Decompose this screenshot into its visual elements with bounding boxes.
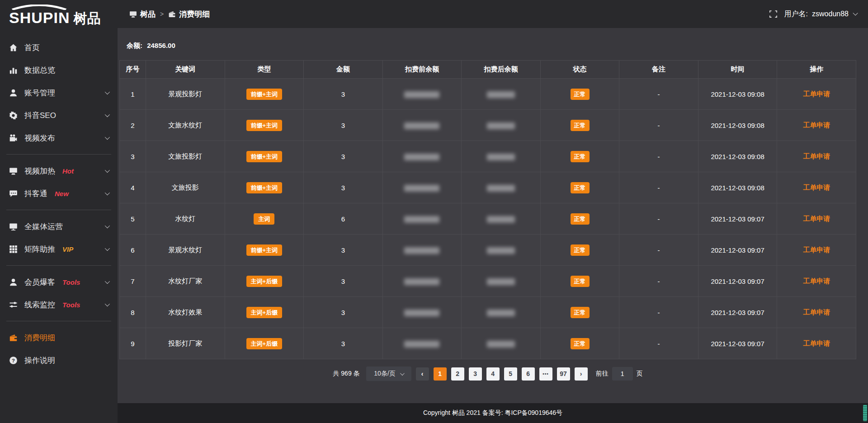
keyword-value: 水纹灯效果 [168, 308, 202, 316]
sidebar-item-4[interactable]: 视频发布 [0, 127, 118, 149]
sidebar-item-1[interactable]: 数据总览 [0, 59, 118, 81]
prev-page-button[interactable]: ‹ [416, 367, 429, 381]
cell-status: 正常 [540, 141, 619, 172]
page-button-4[interactable]: 4 [486, 367, 500, 381]
page-ellipsis-button[interactable]: ••• [539, 367, 552, 381]
wallet-icon [9, 334, 18, 342]
goto-unit: 页 [637, 370, 643, 378]
time-value: 2021-12-03 09:07 [711, 277, 764, 285]
breadcrumb-item-current[interactable]: 消费明细 [168, 9, 210, 19]
chat-icon [9, 189, 18, 198]
user-menu[interactable]: 用户名: zswodun88 [784, 9, 856, 19]
cell-type: 前缀+主词 [225, 79, 304, 110]
sidebar-item-0[interactable]: 首页 [0, 36, 118, 59]
amount-value: 3 [341, 122, 345, 129]
page-button-2[interactable]: 2 [451, 367, 464, 381]
sidebar-item-tag: Tools [62, 278, 80, 286]
sidebar-item-10[interactable]: 线索监控Tools [0, 293, 118, 316]
fullscreen-icon[interactable] [769, 10, 777, 18]
sidebar-item-9[interactable]: 会员爆客Tools [0, 271, 118, 293]
page-size-select[interactable]: 10条/页 [366, 367, 411, 381]
amount-value: 6 [341, 215, 345, 223]
work-order-link[interactable]: 工单申请 [803, 152, 830, 160]
sidebar-item-6[interactable]: 抖客通New [0, 182, 118, 205]
blurred-value [404, 310, 439, 316]
sidebar-item-label: 会员爆客 [24, 277, 55, 287]
cell-seq: 2 [120, 110, 146, 141]
bill-icon [168, 10, 176, 18]
sidebar-item-3[interactable]: 抖音SEO [0, 104, 118, 127]
chevron-down-icon [105, 279, 110, 284]
sidebar-item-12[interactable]: ?操作说明 [0, 349, 118, 371]
cell-type: 前缀+主词 [225, 235, 304, 266]
status-badge: 正常 [571, 338, 590, 349]
amount-value: 3 [341, 246, 345, 254]
status-badge: 正常 [571, 244, 590, 256]
status-badge: 正常 [571, 213, 590, 225]
sidebar-item-5[interactable]: 视频加热Hot [0, 160, 118, 182]
breadcrumb: 树品 > 消费明细 [129, 9, 210, 19]
amount-value: 3 [341, 90, 345, 98]
sidebar-item-label: 视频加热 [24, 166, 55, 176]
seq-value: 2 [131, 122, 134, 129]
page-button-1[interactable]: 1 [434, 367, 447, 381]
sidebar-item-label: 抖客通 [24, 188, 47, 199]
page-button-3[interactable]: 3 [469, 367, 482, 381]
cell-note: - [619, 203, 698, 235]
blurred-value [487, 122, 515, 129]
table-header-cell: 关键词 [146, 61, 225, 79]
keyword-value: 景观水纹灯 [168, 246, 202, 254]
sidebar-item-2[interactable]: 账号管理 [0, 81, 118, 104]
status-badge: 正常 [571, 151, 590, 162]
chevron-down-icon [105, 246, 110, 251]
page-buttons: 123456•••97 [434, 367, 570, 381]
table-header-cell: 序号 [120, 61, 146, 79]
work-order-link[interactable]: 工单申请 [803, 277, 830, 285]
next-page-button[interactable]: › [575, 367, 588, 381]
page-button-6[interactable]: 6 [522, 367, 535, 381]
cell-note: - [619, 79, 698, 110]
logo[interactable]: SHUPIN 树品 [0, 0, 118, 30]
balance: 余额: 24856.00 [127, 42, 856, 50]
blurred-value [404, 154, 439, 160]
work-order-link[interactable]: 工单申请 [803, 183, 830, 191]
work-order-link[interactable]: 工单申请 [803, 90, 830, 98]
table-row: 7水纹灯厂家主词+后缀3正常-2021-12-03 09:07工单申请 [120, 266, 856, 297]
type-badge: 主词 [254, 213, 274, 225]
cell-status: 正常 [540, 110, 619, 141]
app-window: SHUPIN 树品 首页数据总览账号管理抖音SEO视频发布视频加热Hot抖客通N… [0, 0, 868, 423]
goto-page-input[interactable] [612, 367, 633, 381]
page-button-97[interactable]: 97 [557, 367, 570, 381]
screen-icon [129, 10, 137, 18]
sidebar-item-7[interactable]: 全媒体运营 [0, 215, 118, 238]
cell-note: - [619, 297, 698, 328]
side-widget[interactable] [863, 405, 867, 421]
sidebar-item-11[interactable]: 消费明细 [0, 326, 118, 349]
cell-balance-before [382, 203, 462, 235]
gear-icon [9, 111, 18, 120]
sidebar-item-8[interactable]: 矩阵助推VIP [0, 238, 118, 260]
cell-balance-after [462, 141, 541, 172]
cell-status: 正常 [540, 235, 619, 266]
chevron-down-icon [105, 223, 110, 228]
monitor-icon [9, 222, 18, 231]
note-value: - [658, 153, 660, 160]
work-order-link[interactable]: 工单申请 [803, 121, 830, 129]
chevron-down-icon [105, 135, 110, 140]
page-button-5[interactable]: 5 [504, 367, 517, 381]
chevron-down-icon [105, 168, 110, 173]
cell-time: 2021-12-03 09:07 [698, 328, 777, 359]
sidebar-item-label: 线索监控 [24, 300, 55, 310]
work-order-link[interactable]: 工单申请 [803, 246, 830, 254]
breadcrumb-item-home[interactable]: 树品 [129, 9, 156, 19]
cell-time: 2021-12-03 09:07 [698, 203, 777, 235]
cell-action: 工单申请 [777, 141, 856, 172]
cell-type: 前缀+主词 [225, 110, 304, 141]
table-header-cell: 时间 [698, 61, 777, 79]
work-order-link[interactable]: 工单申请 [803, 339, 830, 347]
table-header-cell: 状态 [540, 61, 619, 79]
work-order-link[interactable]: 工单申请 [803, 215, 830, 222]
work-order-link[interactable]: 工单申请 [803, 308, 830, 316]
sidebar-divider [6, 210, 111, 210]
sidebar-item-tag: Tools [62, 301, 80, 309]
